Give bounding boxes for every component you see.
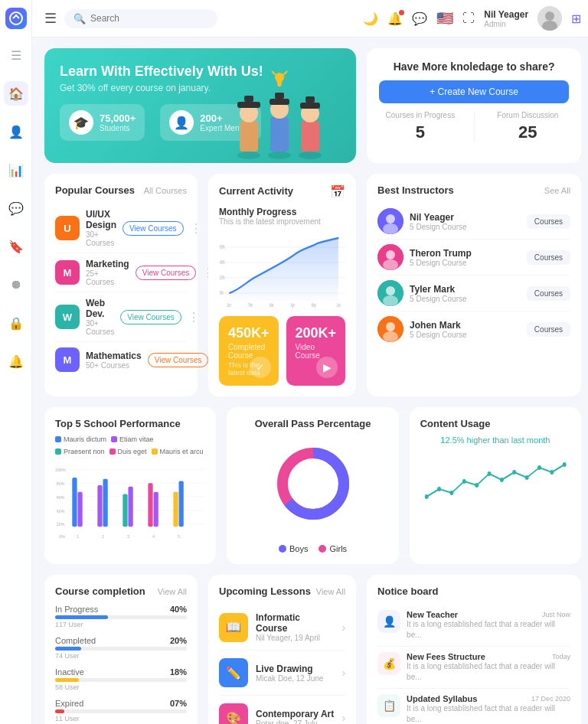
menu-icon[interactable]: ☰ [44,10,57,27]
sidebar-item-analytics[interactable]: 📊 [4,158,28,182]
user-name: Nil Yeager [484,9,528,20]
lesson-arrow-icon[interactable]: › [341,712,345,724]
course-icon: W [55,305,80,329]
bell-icon[interactable]: 🔔 [387,11,403,26]
completion-row-header: Expired 07% [55,699,187,708]
instructor-courses-button[interactable]: Courses [527,286,570,301]
completion-label: In Progress [55,605,98,614]
svg-text:20%: 20% [57,522,65,527]
svg-point-37 [386,214,395,223]
more-options-icon[interactable]: ⋮ [190,221,202,236]
sidebar-item-user[interactable]: 👤 [4,119,28,144]
list-item: 💰 New Fees Structure Today It is a long … [377,647,570,689]
view-courses-button[interactable]: View Courses [136,266,197,280]
courses-in-progress-stat: Courses in Progress 5 [379,111,462,142]
view-courses-button[interactable]: View Courses [148,353,209,367]
progress-bar-bg [55,615,187,619]
all-courses-link[interactable]: All Courses [144,186,187,195]
more-options-icon[interactable]: ⋮ [188,310,200,324]
lessons-title: Upcoming Lessons [219,585,311,597]
girls-label: Girls [329,544,347,553]
moon-icon[interactable]: 🌙 [363,11,378,26]
instructor-name: Johen Mark [410,320,521,331]
progress-bar-fill [55,647,81,651]
sidebar-item-bookmarks[interactable]: 🔖 [4,234,28,259]
instructors-list: Nil Yeager 5 Design Course Courses Thero… [377,204,570,347]
instructor-courses-button[interactable]: Courses [527,322,570,337]
svg-rect-18 [305,96,315,103]
knowledge-title: Have More knoledage to share? [394,60,555,73]
completion-label: Completed [55,636,96,645]
sidebar-item-lock[interactable]: 🔒 [4,311,28,335]
svg-text:5: 5 [178,534,180,539]
svg-rect-15 [301,121,319,152]
course-info: Mathematics 50+ Courses [86,351,142,370]
legend-dot [152,448,158,455]
svg-point-80 [462,479,466,484]
progress-bar-fill [55,615,108,619]
progress-bar-fill [55,678,79,682]
course-icon: M [55,347,80,372]
legend-item: Praesent non [55,448,105,455]
notice-text: It is a long established fact that a rea… [407,661,570,683]
search-box[interactable]: 🔍 [64,9,217,28]
instructor-course: 5 Design Course [410,223,521,231]
lesson-icon: ✏️ [219,658,248,687]
legend-item: Mauris et arcu [152,448,204,455]
completion-view-all[interactable]: View All [158,587,187,596]
svg-rect-11 [270,117,289,152]
view-courses-button[interactable]: View Courses [122,221,184,236]
lessons-view-all[interactable]: View All [316,587,345,596]
instructor-info: Tyler Mark 5 Design Course [410,284,521,303]
view-courses-button[interactable]: View Courses [120,310,181,324]
svg-point-88 [562,462,566,467]
legend-dot [111,436,117,442]
list-item: W Web Dev. 30+ Courses View Courses ⋮ [55,292,187,342]
sidebar-logo[interactable] [5,8,27,29]
svg-point-40 [386,250,395,259]
instructor-info: Nil Yeager 5 Design Course [410,212,521,231]
sidebar-item-menu[interactable]: ☰ [4,43,28,67]
chat-icon[interactable]: 💬 [412,11,427,26]
svg-text:4: 4 [152,534,155,539]
see-all-link[interactable]: See All [544,186,570,195]
girls-dot [318,545,326,553]
lessons-header: Upcoming Lessons View All [219,585,345,597]
sidebar-item-home[interactable]: 🏠 [4,81,28,106]
notice-title: Updated Syllabus [407,694,477,703]
sidebar-item-chat[interactable]: 💬 [4,196,28,220]
expand-icon[interactable]: ⛶ [462,11,475,25]
chart-sub: This is the latest improvement [219,217,345,226]
notice-list: 👤 New Teacher Just Now It is a long esta… [377,605,570,724]
instructors-title: Best Instructors [377,184,454,196]
svg-line-21 [283,71,287,75]
create-course-button[interactable]: + Create New Course [379,80,569,103]
legend-label: Duis eget [118,448,147,455]
best-instructors-panel: Best Instructors See All Nil Yeager 5 De… [367,174,581,396]
list-item: M Marketing 25+ Courses View Courses ⋮ [55,253,187,292]
svg-point-86 [537,465,541,470]
list-item: 👤 New Teacher Just Now It is a long esta… [377,605,570,647]
students-val: 75,000+ [100,113,136,124]
course-name: UI/UX Design [86,209,116,230]
notice-content: New Teacher Just Now It is a long establ… [407,610,570,641]
notice-icon: 💰 [377,652,400,675]
course-name: Mathematics [86,351,142,361]
grid-icon[interactable]: ⊞ [571,11,581,26]
notice-text: It is a long established fact that a rea… [407,619,570,641]
notice-icon: 👤 [377,610,400,633]
flag-icon[interactable]: 🇺🇸 [436,10,453,27]
charts-row: Top 5 School Performance Mauris dictumEt… [44,407,581,564]
sidebar-item-activity[interactable]: ⏺ [4,272,28,297]
lesson-arrow-icon[interactable]: › [341,621,345,634]
instructor-courses-button[interactable]: Courses [527,250,570,265]
pass-legend: Boys Girls [279,544,347,553]
sidebar-item-notifications[interactable]: 🔔 [4,349,28,373]
instructor-course: 5 Design Course [410,295,521,303]
instructor-courses-button[interactable]: Courses [527,214,570,229]
legend-label: Mauris dictum [64,435,106,443]
search-input[interactable] [90,13,208,24]
boys-dot [279,545,286,553]
course-name: Web Dev. [86,298,114,319]
lesson-arrow-icon[interactable]: › [341,667,345,679]
